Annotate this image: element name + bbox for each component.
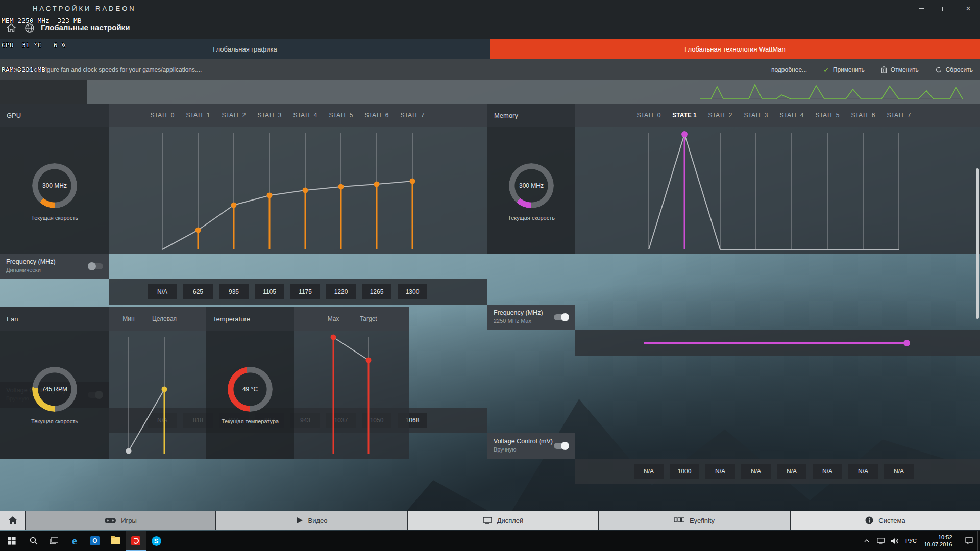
gpu-freq-value[interactable]: 1105 [255,284,284,299]
gpu-state-tab[interactable]: STATE 6 [361,104,393,127]
task-view-icon [50,537,58,544]
gpu-freq-value[interactable]: 1300 [398,284,427,299]
radeon-settings-window: НАСТРОЙКИ RADEON × МЕМ 2250 MHz 323 MB G… [0,0,980,551]
memory-voltage-values: N/A 1000 N/A N/A N/A N/A N/A N/A [575,459,980,484]
memory-voltage-row-label: Voltage Control (mV) Вручную [487,433,575,459]
gpu-state-tab[interactable]: STATE 7 [397,104,428,127]
gpu-state-tab[interactable]: STATE 2 [218,104,250,127]
gpu-freq-value[interactable]: N/A [148,284,177,299]
gpu-state-tab[interactable]: STATE 1 [182,104,214,127]
memory-state-tab[interactable]: STATE 4 [776,104,807,127]
gpu-frequency-toggle[interactable] [88,263,103,269]
clock[interactable]: 10:52 10.07.2016 [920,531,960,551]
temperature-chart [294,331,409,459]
reset-icon [935,66,942,73]
memory-state-tab[interactable]: STATE 7 [883,104,915,127]
memory-frequency-toggle[interactable] [554,314,569,320]
titlebar: НАСТРОЙКИ RADEON × [0,0,980,17]
gpu-curve[interactable] [109,127,487,254]
edge-icon: e [72,534,77,547]
temperature-curve[interactable] [294,331,409,459]
temperature-section-header: Temperature [206,307,294,331]
fan-speed-chart [109,331,206,459]
gpu-state-tab[interactable]: STATE 0 [146,104,178,127]
memory-state-tab[interactable]: STATE 5 [812,104,843,127]
taskbar-edge-button[interactable]: e [64,531,85,551]
temp-col-max: Max [317,307,349,331]
mem-volt-value[interactable]: N/A [705,464,735,479]
taskbar-skype-button[interactable]: S [146,531,166,551]
nav-games[interactable]: Игры [26,511,215,530]
fan-col-target: Целевая [149,307,180,331]
memory-voltage-toggle[interactable] [554,443,569,449]
memory-frequency-chart [575,127,980,254]
maximize-button[interactable] [933,0,957,17]
nav-eyefinity[interactable]: Eyefinity [599,511,790,530]
tray-volume-button[interactable] [888,531,902,551]
infobar-actions: подробнее... ✓ Применить Отменить [771,59,973,80]
display-icon [483,517,492,524]
taskbar-outlook-button[interactable]: O [85,531,105,551]
minimize-button[interactable] [910,0,933,17]
mem-volt-value[interactable]: N/A [634,464,664,479]
memory-frequency-row-label: Frequency (MHz) 2250 MHz Max [487,305,575,330]
osd-line: GPU 31 °C 6 % [2,41,82,49]
home-nav-button[interactable] [0,511,25,530]
nav-system[interactable]: Система [791,511,980,530]
tray-display-button[interactable] [873,531,888,551]
gpu-speed-gauge: 300 MHz [32,163,77,208]
gpu-section-header: GPU [0,104,109,127]
language-indicator[interactable]: РУС [902,531,920,551]
gpu-freq-value[interactable]: 1175 [290,284,320,299]
memory-state-tab[interactable]: STATE 0 [633,104,665,127]
close-button[interactable]: × [957,0,980,17]
gpu-freq-value[interactable]: 1265 [362,284,391,299]
start-button[interactable] [0,531,23,551]
gpu-freq-value[interactable]: 935 [219,284,249,299]
memory-state-tab[interactable]: STATE 6 [847,104,879,127]
system-tray: РУС 10:52 10.07.2016 [860,531,980,551]
eyefinity-icon [674,517,684,523]
apply-button[interactable]: ✓ Применить [823,66,865,74]
mem-volt-value[interactable]: 1000 [670,464,699,479]
clock-time: 10:52 [924,534,952,541]
taskbar-explorer-button[interactable] [105,531,126,551]
fan-curve[interactable] [109,331,206,459]
taskbar-radeon-button[interactable] [126,531,146,551]
gpu-state-tab[interactable]: STATE 4 [289,104,321,127]
memory-frequency-slider-track[interactable] [644,342,906,344]
taskbar-search-button[interactable] [23,531,44,551]
reset-button[interactable]: Сбросить [935,66,973,73]
trash-icon [881,66,887,73]
mem-volt-value[interactable]: N/A [741,464,771,479]
discard-button[interactable]: Отменить [881,66,919,73]
nav-display[interactable]: Дисплей [408,511,598,530]
mem-volt-value[interactable]: N/A [848,464,878,479]
tab-global-wattman[interactable]: Глобальная технология WattMan [490,39,980,59]
action-center-button[interactable] [960,531,977,551]
task-view-button[interactable] [44,531,64,551]
minimize-icon [919,8,924,9]
folder-icon [111,537,120,544]
memory-frequency-slider-handle[interactable] [903,340,910,346]
fan-section-header: Fan [0,307,109,331]
gpu-state-tab[interactable]: STATE 5 [325,104,357,127]
monitoring-osd: МЕМ 2250 MHz 323 MB GPU 31 °C 6 % RAM 32… [2,1,82,90]
vertical-scrollbar[interactable] [976,168,979,319]
memory-state-tab[interactable]: STATE 3 [740,104,772,127]
mem-volt-value[interactable]: N/A [813,464,842,479]
more-button[interactable]: подробнее... [771,66,807,73]
gpu-freq-value[interactable]: 625 [183,284,213,299]
mem-volt-value[interactable]: N/A [884,464,914,479]
mem-volt-value[interactable]: N/A [777,464,806,479]
temperature-columns-header: Max Target [294,307,409,331]
memory-state-tab[interactable]: STATE 2 [704,104,736,127]
show-desktop-button[interactable] [977,531,980,551]
gpu-state-tab[interactable]: STATE 3 [254,104,285,127]
memory-states-header: STATE 0 STATE 1 STATE 2 STATE 3 STATE 4 … [575,104,980,127]
memory-curve[interactable] [575,127,980,254]
gpu-freq-value[interactable]: 1220 [326,284,356,299]
nav-video[interactable]: Видео [216,511,407,530]
tray-overflow-button[interactable] [860,531,873,551]
memory-state-tab-selected[interactable]: STATE 1 [669,104,700,127]
